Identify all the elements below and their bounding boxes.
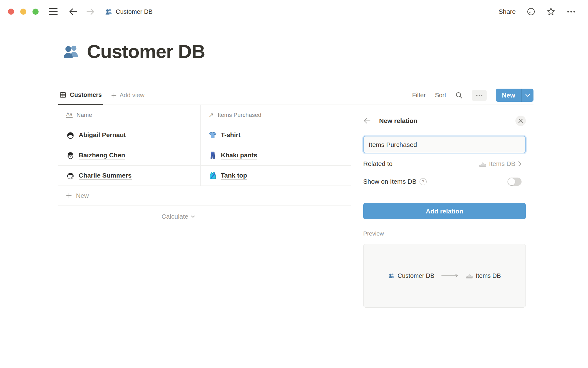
sneaker-icon bbox=[466, 272, 473, 279]
relation-name-input[interactable] bbox=[363, 136, 526, 153]
column-items-label: Items Purchased bbox=[218, 112, 262, 118]
new-row-label: New bbox=[76, 192, 89, 199]
new-row-button[interactable]: New bbox=[58, 186, 351, 205]
breadcrumb[interactable]: Customer DB bbox=[105, 8, 153, 16]
chevron-right-icon bbox=[518, 161, 522, 167]
table-row: Abigail Pernaut T-shirt bbox=[58, 125, 351, 145]
new-relation-panel: New relation Related to Items DB Show on… bbox=[363, 114, 526, 308]
plus-icon bbox=[111, 92, 117, 98]
related-to-label: Related to bbox=[363, 160, 393, 167]
add-view-button[interactable]: Add view bbox=[111, 86, 144, 105]
close-icon bbox=[518, 118, 523, 123]
calculate-label: Calculate bbox=[161, 213, 188, 220]
preview-target-label: Items DB bbox=[476, 272, 501, 279]
traffic-lights bbox=[8, 9, 39, 15]
record-link[interactable]: Baizheng Chen bbox=[79, 151, 125, 159]
related-page-link[interactable]: Tank top bbox=[221, 172, 247, 180]
view-bar: Customers Add view Filter Sort New bbox=[58, 86, 533, 105]
preview-source-label: Customer DB bbox=[398, 272, 434, 279]
show-on-toggle[interactable] bbox=[507, 178, 522, 186]
related-to-value: Items DB bbox=[489, 160, 515, 167]
table-row: Baizheng Chen Khaki pants bbox=[58, 145, 351, 166]
table-view-icon bbox=[59, 91, 66, 98]
forward-icon[interactable] bbox=[86, 8, 95, 16]
record-link[interactable]: Charlie Summers bbox=[79, 172, 132, 180]
tanktop-icon bbox=[209, 171, 217, 180]
items-cell[interactable]: T-shirt bbox=[201, 125, 351, 145]
related-page-link[interactable]: T-shirt bbox=[221, 131, 240, 139]
tab-customers-label: Customers bbox=[70, 91, 102, 98]
breadcrumb-title: Customer DB bbox=[116, 8, 153, 15]
close-panel-button[interactable] bbox=[515, 116, 526, 126]
tshirt-icon bbox=[209, 131, 217, 139]
plus-icon bbox=[66, 192, 72, 199]
sneaker-icon bbox=[479, 160, 486, 168]
column-header-name[interactable]: Aa Name bbox=[58, 105, 201, 125]
add-relation-button[interactable]: Add relation bbox=[363, 203, 526, 219]
avatar bbox=[66, 171, 75, 180]
close-window-button[interactable] bbox=[8, 9, 14, 15]
jeans-icon bbox=[209, 151, 217, 159]
name-cell[interactable]: Baizheng Chen bbox=[58, 145, 201, 165]
sort-button[interactable]: Sort bbox=[435, 92, 446, 99]
preview-source-db: Customer DB bbox=[388, 272, 434, 279]
people-icon[interactable] bbox=[62, 42, 80, 61]
search-icon[interactable] bbox=[455, 92, 463, 99]
sidebar-menu-icon[interactable] bbox=[49, 8, 58, 15]
page-title: Customer DB bbox=[87, 40, 205, 62]
long-arrow-right-icon bbox=[441, 274, 459, 278]
tab-customers[interactable]: Customers bbox=[58, 86, 103, 105]
related-page-link[interactable]: Khaki pants bbox=[221, 151, 257, 159]
add-view-label: Add view bbox=[119, 92, 144, 99]
filter-button[interactable]: Filter bbox=[412, 92, 426, 99]
avatar bbox=[66, 131, 75, 140]
items-cell[interactable]: Tank top bbox=[201, 166, 351, 186]
toggle-knob bbox=[508, 178, 515, 185]
relation-property-icon: ↗ bbox=[209, 111, 214, 119]
avatar bbox=[66, 151, 75, 160]
more-options-icon[interactable] bbox=[567, 10, 576, 13]
new-record-button[interactable]: New bbox=[496, 89, 521, 102]
items-cell[interactable]: Khaki pants bbox=[201, 145, 351, 165]
related-to-row: Related to Items DB bbox=[363, 156, 526, 171]
name-cell[interactable]: Abigail Pernaut bbox=[58, 125, 201, 145]
zoom-window-button[interactable] bbox=[32, 9, 39, 15]
show-on-label: Show on Items DB bbox=[363, 178, 417, 185]
titlebar: Customer DB Share bbox=[0, 0, 588, 23]
related-to-select[interactable]: Items DB bbox=[479, 160, 522, 168]
people-icon bbox=[105, 8, 113, 16]
name-cell[interactable]: Charlie Summers bbox=[58, 166, 201, 186]
people-icon bbox=[388, 272, 395, 279]
preview-box: Customer DB Items DB bbox=[363, 244, 526, 308]
share-button[interactable]: Share bbox=[499, 8, 516, 15]
record-link[interactable]: Abigail Pernaut bbox=[79, 131, 126, 139]
clock-icon[interactable] bbox=[527, 7, 535, 16]
table-row: Charlie Summers Tank top bbox=[58, 166, 351, 186]
new-record-dropdown-button[interactable] bbox=[521, 89, 533, 102]
help-icon[interactable]: ? bbox=[420, 178, 427, 185]
panel-title: New relation bbox=[379, 117, 417, 125]
preview-target-db: Items DB bbox=[466, 272, 501, 279]
preview-label: Preview bbox=[363, 230, 526, 237]
customers-table: Aa Name ↗ Items Purchased Abigail Pernau… bbox=[58, 105, 351, 228]
back-icon[interactable] bbox=[69, 8, 78, 16]
panel-back-icon[interactable] bbox=[363, 117, 371, 124]
show-on-row: Show on Items DB ? bbox=[363, 174, 526, 189]
column-header-items-purchased[interactable]: ↗ Items Purchased bbox=[201, 105, 351, 125]
new-record-split-button: New bbox=[496, 89, 533, 102]
column-name-label: Name bbox=[77, 112, 92, 118]
chevron-down-icon bbox=[191, 215, 195, 218]
view-options-button[interactable] bbox=[472, 90, 487, 101]
table-header-row: Aa Name ↗ Items Purchased bbox=[58, 105, 351, 125]
star-icon[interactable] bbox=[546, 7, 556, 16]
panel-divider bbox=[351, 105, 351, 368]
minimize-window-button[interactable] bbox=[20, 9, 26, 15]
text-property-icon: Aa bbox=[66, 112, 73, 118]
calculate-button[interactable]: Calculate bbox=[58, 205, 201, 228]
